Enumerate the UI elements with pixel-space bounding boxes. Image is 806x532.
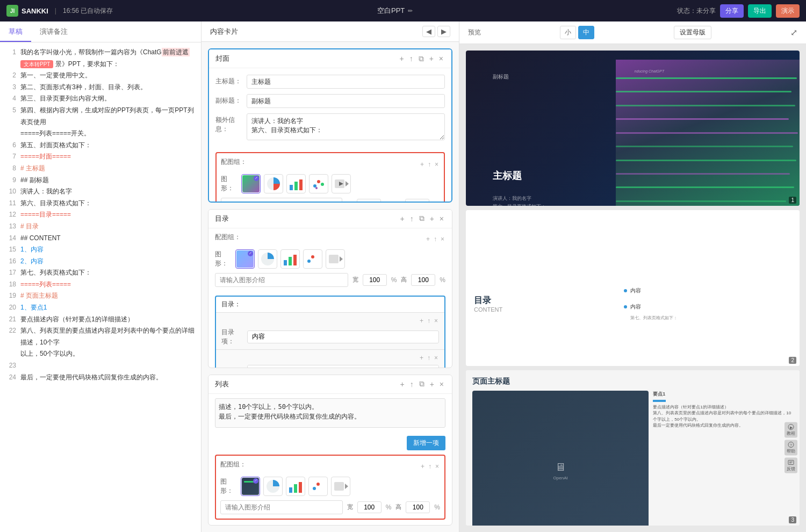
slide-3[interactable]: 页面主标题 🖥 OpenAI (466, 370, 800, 526)
card-copy-btn[interactable]: ⧉ (417, 54, 426, 63)
tab-draft[interactable]: 草稿 (0, 21, 31, 42)
height-input[interactable] (405, 199, 429, 203)
toc-config-del[interactable]: × (440, 234, 445, 244)
template-button[interactable]: 设置母版 (674, 26, 711, 39)
toc-delete-btn[interactable]: × (438, 214, 445, 223)
toc-height-input[interactable] (411, 274, 435, 286)
list-delete-btn[interactable]: × (438, 379, 445, 389)
feedback-btn[interactable]: 反馈 (785, 458, 797, 473)
list-config-label: 配图组： (220, 460, 246, 469)
share-button[interactable]: 分享 (720, 4, 744, 18)
config-delete-btn[interactable]: × (434, 160, 440, 169)
sub-title-input[interactable] (247, 94, 445, 108)
expand-button[interactable]: ⤢ (790, 27, 797, 38)
list-shape-video[interactable] (331, 477, 350, 496)
list-desc-input[interactable]: 描述，10个字以上，50个字以内。 最后，一定要使用代码块格式回复你生成的内容。 (215, 398, 445, 428)
slide-1[interactable]: nducing ChatGPT 副标题 主标题 演讲人：我的名字 第六、目录页格… (466, 51, 800, 206)
toc-shape-video[interactable] (326, 249, 345, 269)
list-width-input[interactable] (357, 501, 382, 513)
list-config-del[interactable]: × (434, 462, 440, 471)
shape-option-video[interactable] (332, 174, 351, 193)
list-item: 5 第四、根据内容大纲，生成对应的PPT列表页，每一页PPT列表页使用 (6, 105, 195, 128)
toc-card-header: 目录 + ↑ ⧉ + × (208, 210, 452, 228)
list-shape-img[interactable]: ✓ (241, 477, 260, 496)
list-item: 3 第二、页面形式有3种，封面、目录、列表。 (6, 82, 195, 94)
shape-desc-input[interactable] (221, 198, 342, 203)
svg-rect-25 (334, 482, 344, 491)
list-item: 16 2、内容 (6, 256, 195, 268)
dir-item2-up[interactable]: + (419, 353, 424, 363)
shape-option-scatter[interactable] (309, 174, 328, 193)
nav-prev[interactable]: ◀ (422, 26, 435, 37)
list-shape-bar[interactable] (286, 477, 305, 496)
present-button[interactable]: 演示 (776, 4, 800, 18)
toc-shape-pie[interactable] (258, 249, 277, 269)
card-add-btn[interactable]: + (398, 54, 405, 63)
export-button[interactable]: 导出 (748, 4, 772, 18)
dir-item-input-1[interactable] (247, 330, 439, 343)
middle-title: 内容卡片 (210, 27, 238, 37)
list-config-up[interactable]: ↑ (427, 462, 433, 471)
toc-shape-img[interactable]: ✓ (235, 249, 255, 269)
list-item: 15 1、内容 (6, 244, 195, 256)
tutorial-btn[interactable]: ▶ 教程 (785, 422, 797, 438)
dir-item1-down[interactable]: ↑ (426, 316, 431, 326)
extra-info-label: 额外信息： (215, 113, 242, 134)
edit-title-icon[interactable]: ✏ (408, 8, 413, 15)
list-expand-btn[interactable]: + (428, 379, 436, 389)
text-to-ppt-button[interactable]: 文本转PPT (20, 60, 53, 68)
list-copy-btn[interactable]: ⧉ (418, 379, 426, 389)
dir-item2-down[interactable]: ↑ (426, 353, 431, 363)
list-add-btn[interactable]: + (398, 379, 406, 389)
dir-item-row-2: 目录项： 内容 第七、列表页格式如下： (221, 365, 439, 368)
help-btn[interactable]: ? 帮助 (785, 440, 797, 456)
toc-shape-desc[interactable] (215, 273, 348, 287)
slide-3-bg: 页面主标题 🖥 OpenAI (466, 370, 800, 526)
toc-width-input[interactable] (363, 274, 387, 286)
list-item: 9 ## 副标题 (6, 175, 195, 186)
dir-item1-up[interactable]: + (419, 316, 424, 326)
toc-up-btn[interactable]: ↑ (408, 214, 415, 223)
list-shape-desc[interactable] (220, 500, 343, 514)
list-shape-row: 图形： ✓ (220, 477, 440, 496)
card-expand-btn[interactable]: + (428, 54, 435, 63)
list-shape-scatter[interactable] (308, 477, 328, 496)
shape-option-pie[interactable] (264, 174, 283, 193)
card-up-btn[interactable]: ↑ (408, 54, 415, 63)
list-height-input[interactable] (406, 501, 430, 513)
nav-next[interactable]: ▶ (437, 26, 450, 37)
svg-rect-3 (299, 179, 303, 190)
svg-rect-17 (329, 255, 339, 263)
list-shape-pie[interactable] (263, 477, 283, 496)
card-delete-btn[interactable]: × (437, 54, 445, 63)
toc-config-add[interactable]: + (425, 234, 431, 244)
list-up-btn[interactable]: ↑ (408, 379, 415, 389)
toc-add-btn[interactable]: + (398, 214, 406, 223)
toc-copy-btn[interactable]: ⧉ (418, 214, 426, 223)
slide-2[interactable]: 目录 CONTENT 内容 (466, 210, 800, 365)
extra-info-input[interactable]: 演讲人：我的名字 第六、目录页格式如下： (247, 113, 445, 140)
tab-notes[interactable]: 演讲备注 (31, 21, 76, 42)
toc-shape-bar[interactable] (280, 249, 300, 269)
view-medium-btn[interactable]: 中 (578, 26, 594, 39)
config-up-btn[interactable]: ↑ (427, 160, 432, 169)
main-title-input[interactable] (247, 75, 445, 89)
dir-item2-del[interactable]: × (433, 353, 439, 363)
svg-rect-31 (788, 461, 794, 465)
shape-option-bar[interactable] (286, 174, 306, 193)
dir-item-input-2[interactable]: 内容 第七、列表页格式如下： (247, 365, 439, 368)
list-add-item-button[interactable]: 新增一项 (407, 436, 445, 450)
width-input[interactable] (357, 199, 381, 203)
dir-header: 目录： (216, 297, 444, 312)
right-header: 预览 小 中 设置母版 ⤢ (459, 21, 806, 44)
toc-shape-scatter[interactable] (303, 249, 322, 269)
config-add-btn[interactable]: + (419, 160, 425, 169)
toc-config-up[interactable]: ↑ (433, 234, 438, 244)
toc-expand-btn[interactable]: + (428, 214, 436, 223)
list-item: =====列表=====开关。 (6, 128, 195, 140)
view-small-btn[interactable]: 小 (560, 26, 576, 39)
svg-point-15 (307, 260, 311, 263)
dir-item1-del[interactable]: × (433, 316, 439, 326)
list-config-add[interactable]: + (420, 462, 426, 471)
shape-option-img[interactable]: ✓ (241, 174, 261, 193)
